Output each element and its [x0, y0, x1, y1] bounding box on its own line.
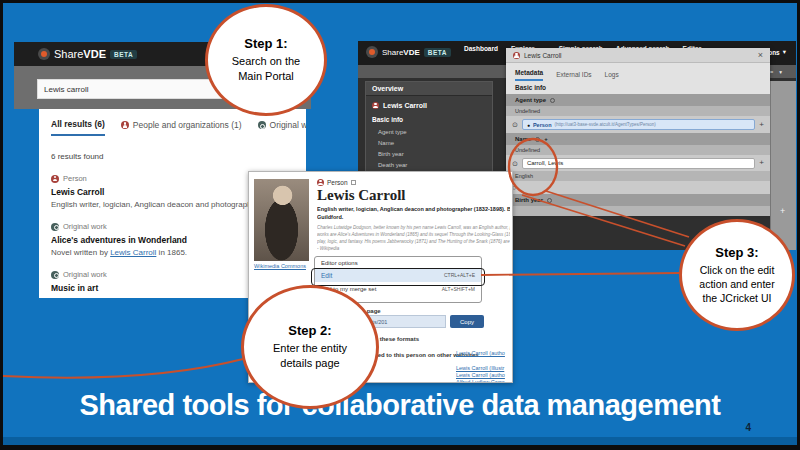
sidebar-item-death-year[interactable]: Death year	[366, 159, 492, 170]
eye-icon[interactable]: ⊙	[512, 160, 518, 167]
merge-shortcut: ALT+SHIFT+M	[442, 286, 475, 292]
person-icon	[51, 175, 59, 183]
tab-metadata[interactable]: Metadata	[515, 69, 543, 81]
english-bar: English	[506, 171, 770, 181]
person-icon	[372, 102, 379, 109]
lewis-carroll-link[interactable]: Lewis Carroll	[127, 296, 173, 298]
photo-caption-link[interactable]: Wikimedia Commons	[254, 263, 306, 269]
name-value[interactable]: Carroll, Lewis	[522, 158, 755, 169]
sidebar-section-basic-info: Basic info	[366, 113, 492, 126]
beta-badge: BETA	[424, 48, 451, 57]
related-work-link[interactable]: Lewis Carroll (Illustr	[456, 365, 513, 371]
person-icon	[317, 179, 324, 186]
work-icon	[51, 223, 59, 231]
modal-header: Lewis Carroll ×	[506, 48, 770, 63]
tab-logs[interactable]: Logs	[605, 71, 619, 81]
bio-line: works are Alice's Adventures in Wonderla…	[317, 232, 510, 237]
add-icon[interactable]: +	[544, 136, 548, 142]
right-panel-strip: +	[770, 81, 796, 250]
editor-options-title: Editor options	[315, 257, 481, 268]
entity-type-badge: Person	[317, 179, 356, 186]
sharevde-logo-icon	[38, 48, 50, 60]
slide: ShareVDE BETA All results (6) People and…	[0, 0, 800, 450]
person-icon	[121, 121, 129, 129]
related-work-link[interactable]: Lewis Carroll (autho	[456, 350, 513, 356]
entity-summary: Guildford.	[317, 214, 510, 220]
copy-button[interactable]: Copy	[450, 315, 484, 328]
agent-type-row: ⊙ ● Person (http://uat3-base-svde.atcult…	[506, 116, 770, 133]
add-icon[interactable]: +	[759, 121, 764, 129]
related-work-link[interactable]: Lewis Carroll (autho	[456, 372, 513, 378]
tab-all-results[interactable]: All results (6)	[51, 119, 105, 136]
step1-callout: Step 1: Search on the Main Portal	[205, 4, 327, 116]
brand-share: Share	[54, 48, 83, 60]
empty-name-row: ○	[506, 181, 770, 194]
tab-original-works[interactable]: Original works	[258, 120, 306, 135]
agent-type-value[interactable]: ● Person (http://uat3-base-svde.atcult.i…	[522, 119, 755, 130]
undefined-bar: Undefined	[506, 145, 770, 155]
sidebar-overview[interactable]: Overview	[366, 82, 492, 96]
birth-year-bar: Birth year	[506, 194, 770, 206]
lewis-carroll-link[interactable]: Lewis Carroll	[110, 248, 156, 257]
work-icon	[258, 121, 266, 129]
slide-title: Shared tools for collaborative data mana…	[3, 389, 797, 422]
nav-dashboard[interactable]: Dashboard	[464, 44, 498, 55]
step3-label: Step 3:	[715, 245, 758, 260]
info-icon[interactable]	[535, 137, 540, 142]
undefined-bar: Undefined	[506, 106, 770, 116]
page-number: 4	[745, 422, 751, 433]
bottom-band	[3, 437, 797, 445]
info-icon[interactable]	[547, 198, 552, 203]
filler-bar	[506, 206, 770, 216]
sidebar-item-name[interactable]: Name	[366, 137, 492, 148]
add-icon[interactable]: +	[780, 206, 785, 216]
entity-summary: English writer, logician, Anglican deaco…	[317, 206, 510, 212]
modal-tabs: Metadata External IDs Logs	[506, 63, 770, 81]
step2-connector-curve	[3, 359, 243, 378]
results-tabs: All results (6) People and organizations…	[51, 119, 294, 136]
sharevde-logo: ShareVDE BETA	[38, 48, 137, 60]
results-count: 6 results found	[51, 152, 294, 161]
bio-line: play, logic, and fantasy. His poems Jabb…	[317, 239, 510, 244]
modal-title: Lewis Carroll	[524, 52, 562, 59]
edit-highlight-box	[311, 268, 485, 286]
wikipedia-attribution: - Wikipedia	[317, 246, 510, 251]
sharevde-logo: ShareVDE BETA	[366, 46, 451, 58]
brand-vde: VDE	[83, 48, 106, 60]
portrait-photo	[254, 179, 309, 261]
sidebar-entity[interactable]: Lewis Carroll	[366, 96, 492, 113]
name-row: ⊙ Carroll, Lewis +	[506, 155, 770, 171]
close-icon[interactable]: ×	[758, 51, 763, 60]
eye-icon[interactable]: ⊙	[512, 121, 518, 128]
sidebar-item-agent-type[interactable]: Agent type	[366, 126, 492, 137]
step2-callout: Step 2: Enter the entity details page	[241, 285, 379, 409]
modal-section-basic-info: Basic info	[506, 81, 770, 94]
info-icon[interactable]	[550, 98, 555, 103]
chip-dot-icon: ●	[527, 122, 530, 128]
person-icon	[513, 52, 520, 59]
beta-badge: BETA	[110, 50, 137, 59]
chevron-down-icon: ▾	[783, 48, 786, 56]
tab-people[interactable]: People and organizations (1)	[121, 120, 242, 135]
flag-icon[interactable]	[351, 180, 356, 185]
edit-modal: Lewis Carroll × Metadata External IDs Lo…	[506, 48, 770, 212]
tab-external-ids[interactable]: External IDs	[556, 71, 591, 81]
step1-label: Step 1:	[244, 36, 287, 51]
bio-line: Charles Lutwidge Dodgson, better known b…	[317, 225, 510, 230]
step2-label: Step 2:	[288, 323, 331, 338]
entity-heading: Lewis Carroll	[317, 187, 405, 204]
related-work-link[interactable]: Alfred Ludlow Carro	[456, 379, 513, 383]
sharevde-logo-icon	[366, 46, 378, 58]
step3-callout: Step 3: Click on the edit action and ent…	[679, 219, 795, 331]
alfred-carroll-link[interactable]: Alfred Ludlow Carroll	[177, 296, 251, 298]
add-icon[interactable]: +	[759, 159, 764, 167]
agent-type-bar: Agent type	[506, 94, 770, 106]
work-icon	[51, 271, 59, 279]
chevron-down-icon[interactable]: ▾	[779, 69, 782, 75]
name-bar: Name+	[506, 133, 770, 145]
sidebar-item-birth-year[interactable]: Birth year	[366, 148, 492, 159]
